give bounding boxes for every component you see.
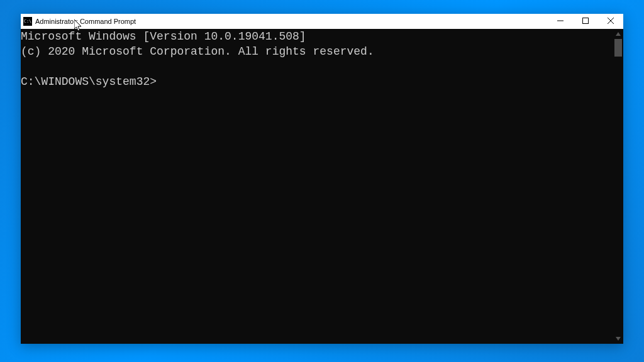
svg-rect-0 <box>557 21 564 21</box>
console-line: (c) 2020 Microsoft Corporation. All righ… <box>21 45 374 58</box>
command-prompt-window: C:\ Administrator: Command Prompt Micros… <box>21 14 623 344</box>
scroll-thumb[interactable] <box>614 39 622 57</box>
app-icon-text: C:\ <box>24 19 32 24</box>
maximize-button[interactable] <box>573 14 598 28</box>
window-controls <box>548 14 623 29</box>
console-prompt: C:\WINDOWS\system32> <box>21 75 157 88</box>
scroll-up-arrow-icon[interactable] <box>613 29 623 39</box>
svg-rect-1 <box>583 18 589 24</box>
close-button[interactable] <box>598 14 623 28</box>
minimize-button[interactable] <box>548 14 573 28</box>
console-line: Microsoft Windows [Version 10.0.19041.50… <box>21 30 306 43</box>
command-prompt-icon: C:\ <box>23 17 32 26</box>
vertical-scrollbar[interactable] <box>613 29 623 344</box>
window-title: Administrator: Command Prompt <box>35 18 548 25</box>
console-area: Microsoft Windows [Version 10.0.19041.50… <box>21 29 623 344</box>
console-output[interactable]: Microsoft Windows [Version 10.0.19041.50… <box>21 29 613 344</box>
scroll-down-arrow-icon[interactable] <box>613 334 623 344</box>
titlebar[interactable]: C:\ Administrator: Command Prompt <box>21 14 623 29</box>
